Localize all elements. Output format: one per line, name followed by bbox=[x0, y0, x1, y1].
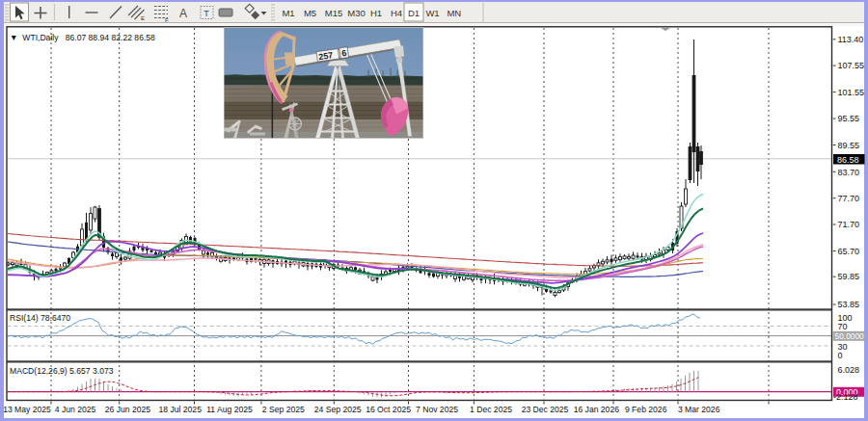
svg-text:65.70: 65.70 bbox=[838, 247, 860, 256]
svg-text:3 Mar 2026: 3 Mar 2026 bbox=[678, 405, 720, 414]
svg-text:30: 30 bbox=[838, 342, 848, 352]
svg-text:107.55: 107.55 bbox=[838, 61, 865, 70]
svg-text:89.55: 89.55 bbox=[838, 141, 860, 150]
svg-text:16 Oct 2025: 16 Oct 2025 bbox=[366, 405, 411, 414]
svg-text:-2.128: -2.128 bbox=[833, 392, 858, 402]
svg-text:MN: MN bbox=[447, 8, 461, 18]
svg-text:13 May 2025: 13 May 2025 bbox=[3, 405, 51, 414]
svg-text:2 Sep 2025: 2 Sep 2025 bbox=[262, 405, 305, 414]
svg-text:53.85: 53.85 bbox=[838, 300, 860, 309]
svg-text:H4: H4 bbox=[391, 8, 402, 18]
svg-text:RSI(14) 78.6470: RSI(14) 78.6470 bbox=[10, 313, 70, 323]
svg-text:11 Aug 2025: 11 Aug 2025 bbox=[206, 405, 253, 414]
svg-text:16 Jan 2026: 16 Jan 2026 bbox=[574, 405, 620, 414]
svg-text:▼ WTI,Daily 86.07 88.94 82.: ▼ WTI,Daily 86.07 88.94 82.22 86.58 bbox=[10, 33, 155, 42]
svg-text:95.55: 95.55 bbox=[838, 114, 860, 123]
svg-text:26 Jun 2025: 26 Jun 2025 bbox=[105, 405, 151, 414]
svg-text:D1: D1 bbox=[408, 8, 420, 18]
svg-text:23 Dec 2025: 23 Dec 2025 bbox=[522, 405, 569, 414]
svg-text:M15: M15 bbox=[325, 8, 342, 18]
svg-text:18 Jul 2025: 18 Jul 2025 bbox=[158, 405, 202, 414]
svg-text:77.70: 77.70 bbox=[838, 194, 860, 203]
svg-text:257: 257 bbox=[318, 50, 334, 62]
svg-text:24 Sep 2025: 24 Sep 2025 bbox=[314, 405, 362, 414]
svg-text:M1: M1 bbox=[282, 8, 294, 18]
svg-text:MACD(12,26,9) 5.657 3.073: MACD(12,26,9) 5.657 3.073 bbox=[10, 366, 114, 376]
svg-text:H1: H1 bbox=[370, 8, 382, 18]
svg-text:M30: M30 bbox=[347, 8, 365, 18]
svg-text:50.0000: 50.0000 bbox=[835, 331, 865, 341]
svg-text:4 Jun 2025: 4 Jun 2025 bbox=[55, 405, 96, 414]
svg-text:113.40: 113.40 bbox=[838, 35, 864, 44]
svg-text:0: 0 bbox=[838, 351, 843, 360]
svg-text:M5: M5 bbox=[304, 8, 316, 18]
svg-text:100: 100 bbox=[838, 313, 853, 323]
svg-text:59.85: 59.85 bbox=[838, 272, 860, 281]
svg-text:9 Feb 2026: 9 Feb 2026 bbox=[625, 405, 667, 414]
svg-text:1 Dec 2025: 1 Dec 2025 bbox=[470, 405, 512, 414]
svg-text:71.70: 71.70 bbox=[838, 220, 860, 229]
svg-text:A: A bbox=[179, 7, 187, 20]
svg-text:W1: W1 bbox=[425, 8, 439, 18]
svg-text:83.70: 83.70 bbox=[838, 168, 860, 177]
svg-text:F: F bbox=[165, 17, 169, 23]
svg-text:101.55: 101.55 bbox=[838, 88, 865, 97]
svg-text:E: E bbox=[141, 15, 145, 21]
svg-text:7 Nov 2025: 7 Nov 2025 bbox=[416, 405, 458, 414]
svg-text:86.58: 86.58 bbox=[837, 155, 859, 165]
svg-text:T: T bbox=[203, 9, 209, 18]
svg-text:70: 70 bbox=[838, 322, 848, 331]
svg-text:6.028: 6.028 bbox=[838, 365, 860, 375]
